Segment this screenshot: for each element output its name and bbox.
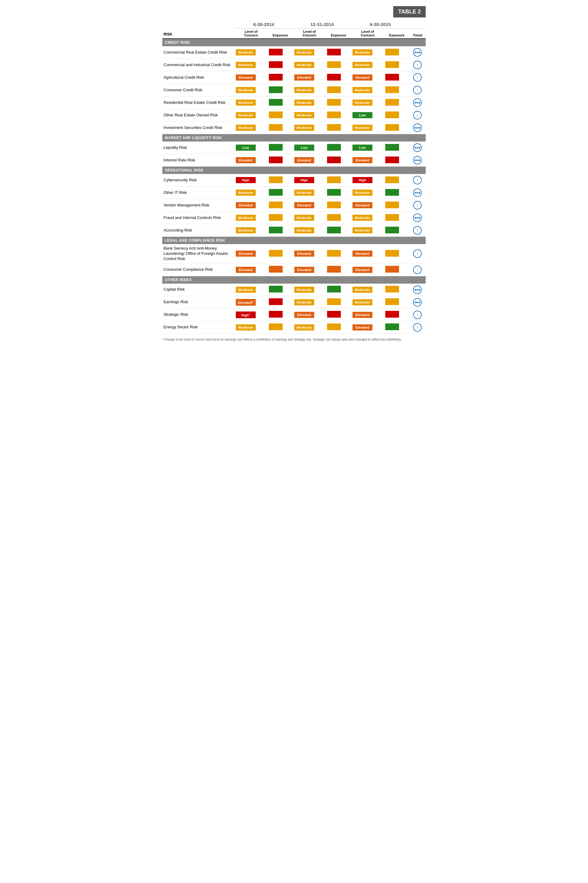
exposure-cell-2 <box>326 96 351 109</box>
trend-icon: ⟺ <box>413 48 422 57</box>
exposure-cell-1 <box>268 224 293 237</box>
table-row: Liquidity RiskLowLowLow⟺ <box>162 141 426 154</box>
section-label: LEGAL AND COMPLIANCE RISK <box>162 237 426 244</box>
table-row: Agricultural Credit RiskElevatedElevated… <box>162 71 426 84</box>
concern-cell-2: Moderate <box>293 46 326 59</box>
exposure-cell-3 <box>384 283 410 296</box>
trend-cell: ⟺ <box>410 121 426 134</box>
exposure-bar <box>385 124 399 131</box>
risk-name-cell: Commercial Real Estate Credit Risk <box>162 46 235 59</box>
exposure-bar <box>327 266 341 273</box>
section-header-row: CREDIT RISK <box>162 39 426 46</box>
concern-badge: Moderate <box>236 62 256 68</box>
concern-badge: Elevated2 <box>236 299 256 306</box>
exposure-cell-2 <box>326 174 351 186</box>
risk-name-cell: Residential Real Estate Credit Risk <box>162 96 235 109</box>
exposure-bar <box>269 250 283 257</box>
trend-cell: ↑ <box>410 174 426 186</box>
exposure-cell-3 <box>384 71 410 84</box>
concern-badge: Moderate <box>294 112 314 118</box>
exposure-bar <box>385 286 399 292</box>
risk-name-cell: Energy Sector Risk <box>162 321 235 334</box>
exposure-bar <box>269 201 283 208</box>
concern-cell-1: Elevated <box>235 263 268 276</box>
trend-cell: ⟺ <box>410 211 426 224</box>
exposure-cell-2 <box>326 309 351 321</box>
concern-cell-2: Elevated <box>293 244 326 263</box>
concern-badge: Elevated <box>294 267 314 273</box>
exposure-cell-2 <box>326 59 351 71</box>
concern-cell-2: Moderate <box>293 84 326 96</box>
trend-icon: ⟺ <box>413 213 422 222</box>
concern-badge: Moderate <box>352 62 372 68</box>
exposure-bar <box>269 156 283 163</box>
trend-icon: ⟺ <box>413 285 422 294</box>
exposure-cell-1 <box>268 174 293 186</box>
exposure-bar <box>269 298 283 305</box>
concern-cell-3: Moderate <box>351 211 384 224</box>
exposure-bar <box>269 124 283 131</box>
concern-cell-1: Elevated <box>235 71 268 84</box>
exposure-bar <box>385 266 399 273</box>
exposure-bar <box>269 99 283 106</box>
table-row: Consumer Compliance RiskElevatedElevated… <box>162 263 426 276</box>
risk-table: 6-30-2014 12-31-2014 6-30-2015 RISK Leve… <box>162 21 426 334</box>
table-row: Other IT RiskModerateModerateModerate⟺ <box>162 186 426 199</box>
concern-badge: Moderate <box>294 287 314 293</box>
exposure-bar <box>327 214 341 221</box>
section-header-row: MARKET AND LIQUIDITY RISK <box>162 134 426 142</box>
exposure-cell-3 <box>384 109 410 121</box>
risk-col-empty <box>162 21 235 28</box>
risk-name-cell: Fraud and Internal Controls Risk <box>162 211 235 224</box>
exposure-bar <box>269 61 283 68</box>
concern-cell-2: Low <box>293 141 326 154</box>
exposure-cell-2 <box>326 84 351 96</box>
concern-cell-3: Elevated <box>351 71 384 84</box>
section-header-row: OTHER RISKS <box>162 276 426 283</box>
risk-name-cell: Liquidity Risk <box>162 141 235 154</box>
table-row: Other Real Estate Owned RiskModerateMode… <box>162 109 426 121</box>
section-header-row: LEGAL AND COMPLIANCE RISK <box>162 237 426 244</box>
exposure-cell-2 <box>326 296 351 309</box>
concern-cell-3: Moderate <box>351 283 384 296</box>
exposure-cell-1 <box>268 59 293 71</box>
date-header-2: 12-31-2014 <box>293 21 351 28</box>
concern-badge: High <box>236 177 256 183</box>
exposure-cell-1 <box>268 321 293 334</box>
trend-header-empty <box>410 21 426 28</box>
exposure-bar <box>385 86 399 93</box>
trend-icon: ⟺ <box>413 156 422 165</box>
exposure-bar <box>385 177 399 183</box>
exposure-bar <box>327 226 341 233</box>
concern-badge: Elevated <box>236 202 256 208</box>
trend-cell: ↓ <box>410 109 426 121</box>
table-row: Strategic RiskHigh1ElevatedElevated↑ <box>162 309 426 321</box>
exposure-cell-1 <box>268 96 293 109</box>
concern-badge: Moderate <box>352 99 372 106</box>
risk-name-cell: Vendor Management Risk <box>162 199 235 211</box>
concern-badge: Moderate <box>236 324 256 330</box>
exposure-col-1: Exposure <box>268 28 293 39</box>
exposure-cell-2 <box>326 154 351 166</box>
concern-cell-2: Moderate <box>293 283 326 296</box>
table-row: Interest Rate RiskElevatedElevatedElevat… <box>162 154 426 166</box>
concern-badge: Moderate <box>352 287 372 293</box>
table-row: Fraud and Internal Controls RiskModerate… <box>162 211 426 224</box>
concern-badge: Elevated <box>352 312 372 318</box>
concern-badge: Moderate <box>294 299 314 305</box>
risk-name-cell: Consumer Credit Risk <box>162 84 235 96</box>
exposure-bar <box>327 201 341 208</box>
trend-icon: ↑ <box>413 265 422 274</box>
exposure-cell-2 <box>326 141 351 154</box>
exposure-bar <box>385 99 399 106</box>
exposure-bar <box>327 61 341 68</box>
concern-cell-2: Moderate <box>293 121 326 134</box>
concern-badge: Moderate <box>236 99 256 106</box>
concern-badge: High <box>352 177 372 183</box>
section-label: OTHER RISKS <box>162 276 426 283</box>
exposure-bar <box>327 156 341 163</box>
trend-cell: ↑ <box>410 84 426 96</box>
risk-name-cell: Earnings Risk <box>162 296 235 309</box>
exposure-bar <box>385 74 399 81</box>
trend-cell: ↑ <box>410 71 426 84</box>
